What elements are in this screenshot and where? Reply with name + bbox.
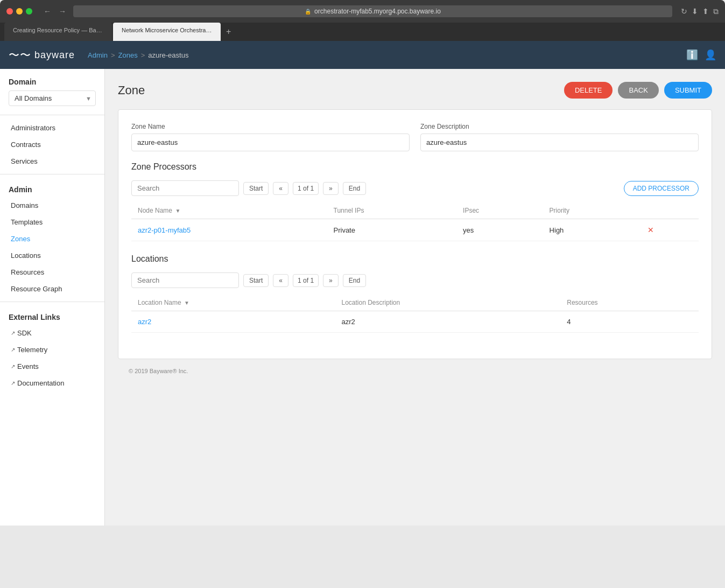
tab-1[interactable]: Creating Resource Policy — Bayware docum… [4, 23, 112, 41]
processors-start-button[interactable]: Start [243, 182, 269, 195]
back-button[interactable]: BACK [618, 82, 658, 99]
locations-end-button[interactable]: End [343, 274, 366, 287]
zone-name-input[interactable] [131, 134, 410, 151]
add-processor-button[interactable]: ADD PROCESSOR [624, 181, 699, 196]
share-button[interactable]: ⬆ [702, 7, 709, 16]
back-nav-button[interactable]: ← [41, 6, 54, 17]
refresh-button[interactable]: ↻ [681, 7, 687, 16]
sidebar-item-telemetry[interactable]: ↗Telemetry [0, 341, 104, 358]
processors-prev-button[interactable]: « [273, 182, 288, 195]
url-bar[interactable]: orchestrator-myfab5.myorg4.poc.bayware.i… [314, 8, 441, 15]
maximize-traffic-light[interactable] [26, 8, 32, 15]
domain-select[interactable]: All Domains [9, 90, 96, 106]
location-row: azr2 azr2 4 [131, 311, 699, 333]
zone-desc-input[interactable] [420, 134, 699, 151]
processor-ipsec: yes [456, 219, 543, 241]
external-link-icon: ↗ [11, 380, 15, 386]
processor-delete-button[interactable]: ✕ [647, 226, 654, 234]
sidebar-item-events[interactable]: ↗Events [0, 358, 104, 375]
sort-icon: ▼ [184, 300, 189, 306]
sidebar-item-domains[interactable]: Domains [0, 197, 104, 214]
brand-logo: 〜〜 bayware [9, 48, 75, 62]
download-button[interactable]: ⬇ [692, 7, 698, 16]
breadcrumb-sep-1: > [111, 51, 115, 59]
lock-icon: 🔒 [305, 9, 311, 15]
minimize-traffic-light[interactable] [16, 8, 23, 15]
col-resources: Resources [560, 295, 699, 311]
sidebar-item-locations[interactable]: Locations [0, 247, 104, 264]
sidebar-item-administrators[interactable]: Administrators [0, 120, 104, 136]
new-tab-button[interactable]: + [222, 23, 235, 41]
processors-end-button[interactable]: End [343, 182, 366, 195]
forward-nav-button[interactable]: → [56, 6, 69, 17]
sidebar: Domain All Domains ▼ Administrators Cont… [0, 69, 105, 526]
new-tab-icon[interactable]: ⧉ [713, 7, 719, 16]
footer: © 2019 Bayware® Inc. [118, 359, 712, 383]
tab-2[interactable]: Network Microservice Orchestrator [113, 23, 221, 41]
domain-label: Domain [9, 78, 96, 86]
processor-node-name-link[interactable]: azr2-p01-myfab5 [138, 226, 191, 234]
footer-text: © 2019 Bayware® Inc. [129, 368, 188, 374]
processors-section-title: Zone Processors [131, 162, 699, 172]
admin-section-label: Admin [0, 179, 104, 197]
sidebar-item-sdk[interactable]: ↗SDK [0, 325, 104, 341]
breadcrumb-sep-2: > [141, 51, 145, 59]
breadcrumb-zones[interactable]: Zones [118, 51, 138, 59]
sidebar-item-contracts[interactable]: Contracts [0, 136, 104, 153]
locations-prev-button[interactable]: « [273, 274, 288, 287]
zone-name-label: Zone Name [131, 123, 410, 130]
breadcrumb-current: azure-eastus [148, 51, 188, 59]
zone-desc-label: Zone Description [420, 123, 699, 130]
locations-pagination: 1 of 1 [293, 274, 319, 287]
locations-search-input[interactable] [131, 272, 239, 288]
sidebar-item-resources[interactable]: Resources [0, 264, 104, 281]
col-node-name: Node Name ▼ [131, 202, 327, 219]
info-button[interactable]: ℹ️ [686, 49, 698, 61]
breadcrumb: Admin > Zones > azure-eastus [88, 51, 188, 59]
col-ipsec: IPsec [456, 202, 543, 219]
processor-row: azr2-p01-myfab5 Private yes High ✕ [131, 219, 699, 241]
user-menu-button[interactable]: 👤 [705, 49, 716, 61]
external-link-icon: ↗ [11, 363, 15, 369]
submit-button[interactable]: SUBMIT [664, 82, 712, 99]
page-title: Zone [118, 83, 145, 97]
sidebar-item-resource-graph[interactable]: Resource Graph [0, 281, 104, 297]
processors-search-input[interactable] [131, 180, 239, 196]
location-resources: 4 [560, 311, 699, 333]
sidebar-item-services[interactable]: Services [0, 153, 104, 170]
location-description: azr2 [335, 311, 560, 333]
processor-tunnel-ips: Private [327, 219, 457, 241]
sort-icon: ▼ [175, 208, 180, 214]
col-location-desc: Location Description [335, 295, 560, 311]
processor-priority: High [543, 219, 641, 241]
sidebar-item-zones[interactable]: Zones [0, 230, 104, 247]
delete-button[interactable]: DELETE [564, 82, 613, 99]
locations-next-button[interactable]: » [323, 274, 339, 287]
processors-pagination: 1 of 1 [293, 182, 319, 195]
location-name-link[interactable]: azr2 [138, 318, 151, 326]
locations-start-button[interactable]: Start [243, 274, 269, 287]
external-link-icon: ↗ [11, 347, 15, 353]
processors-next-button[interactable]: » [323, 182, 339, 195]
locations-section-title: Locations [131, 254, 699, 264]
sidebar-item-documentation[interactable]: ↗Documentation [0, 375, 104, 391]
external-link-icon: ↗ [11, 330, 15, 336]
sidebar-item-templates[interactable]: Templates [0, 214, 104, 230]
close-traffic-light[interactable] [6, 8, 13, 15]
col-tunnel-ips: Tunnel IPs [327, 202, 457, 219]
col-priority: Priority [543, 202, 641, 219]
col-location-name: Location Name ▼ [131, 295, 335, 311]
breadcrumb-admin[interactable]: Admin [88, 51, 108, 59]
external-links-label: External Links [0, 306, 104, 325]
